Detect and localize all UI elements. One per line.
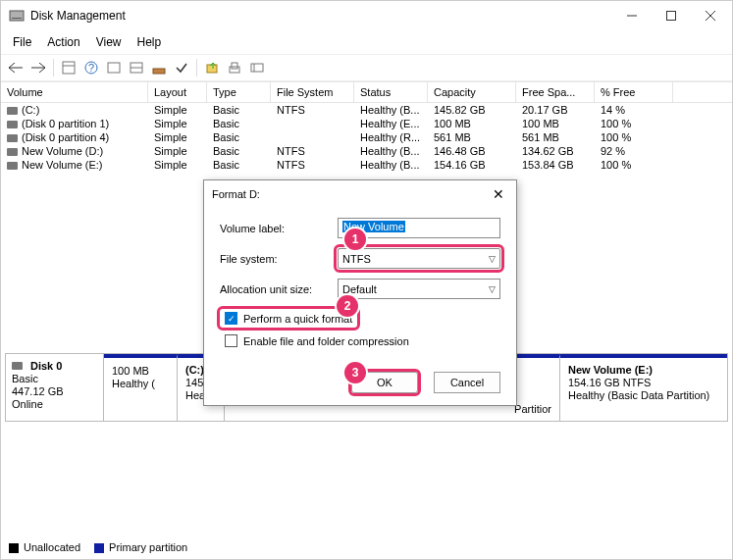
cell: Basic bbox=[207, 117, 271, 130]
svg-text:?: ? bbox=[88, 62, 94, 74]
disk-type: Basic bbox=[12, 373, 97, 384]
volume-icon bbox=[7, 107, 18, 115]
cell: Healthy (E... bbox=[354, 117, 428, 130]
cell: NTFS bbox=[271, 103, 354, 117]
quick-format-checkbox[interactable]: ✓ bbox=[225, 312, 237, 325]
volume-icon bbox=[7, 162, 18, 170]
quick-format-label: Perform a quick format bbox=[243, 313, 352, 325]
cell: Basic bbox=[207, 158, 271, 172]
partition[interactable]: 100 MB Healthy ( bbox=[104, 354, 178, 421]
chevron-down-icon: ▽ bbox=[489, 254, 496, 264]
toolbar-icon[interactable] bbox=[224, 57, 245, 78]
svg-rect-3 bbox=[667, 12, 676, 21]
col-free-space[interactable]: Free Spa... bbox=[516, 82, 595, 102]
col-volume[interactable]: Volume bbox=[1, 82, 148, 102]
volume-icon bbox=[7, 121, 18, 128]
back-button[interactable] bbox=[5, 57, 26, 78]
close-button[interactable] bbox=[691, 2, 730, 29]
cell: Basic bbox=[207, 144, 271, 158]
col-layout[interactable]: Layout bbox=[148, 82, 207, 102]
menu-file[interactable]: File bbox=[5, 32, 39, 52]
dialog-title-bar[interactable]: Format D: ✕ bbox=[204, 180, 516, 208]
cell: 146.48 GB bbox=[428, 144, 516, 158]
disk-size: 447.12 GB bbox=[12, 385, 97, 397]
table-row[interactable]: New Volume (D:) Simple Basic NTFS Health… bbox=[1, 144, 732, 158]
col-type[interactable]: Type bbox=[207, 82, 271, 102]
cell: (C:) bbox=[22, 104, 39, 116]
cell: 100 % bbox=[595, 130, 673, 144]
col-status[interactable]: Status bbox=[354, 82, 428, 102]
cell: 561 MB bbox=[428, 130, 516, 144]
cell: 561 MB bbox=[516, 130, 595, 144]
toolbar-icon[interactable] bbox=[126, 57, 147, 78]
menu-view[interactable]: View bbox=[88, 32, 130, 52]
legend-unallocated: Unallocated bbox=[9, 541, 80, 553]
cell: Healthy (B... bbox=[354, 103, 428, 117]
toolbar-icon[interactable] bbox=[201, 57, 223, 78]
cell: Healthy (B... bbox=[354, 158, 428, 172]
menu-help[interactable]: Help bbox=[130, 32, 170, 52]
legend-primary: Primary partition bbox=[94, 541, 187, 553]
menu-action[interactable]: Action bbox=[39, 32, 87, 52]
file-system-select[interactable]: NTFS▽ bbox=[338, 248, 500, 269]
cell bbox=[271, 117, 354, 130]
disk-name: Disk 0 bbox=[30, 360, 62, 372]
cell: NTFS bbox=[271, 158, 354, 172]
cell: Simple bbox=[148, 103, 207, 117]
cell: Healthy (B... bbox=[354, 144, 428, 158]
allocation-size-select[interactable]: Default▽ bbox=[338, 279, 500, 299]
cancel-button[interactable]: Cancel bbox=[434, 372, 500, 393]
app-icon bbox=[9, 8, 25, 24]
disk-status: Online bbox=[12, 398, 97, 410]
svg-rect-10 bbox=[108, 63, 120, 73]
help-button[interactable]: ? bbox=[80, 57, 102, 78]
cell: 14 % bbox=[595, 103, 673, 117]
toolbar-icon[interactable] bbox=[103, 57, 125, 78]
volume-icon bbox=[7, 134, 18, 142]
cell: (Disk 0 partition 1) bbox=[22, 118, 109, 129]
svg-rect-0 bbox=[10, 11, 24, 21]
file-system-label: File system: bbox=[220, 253, 338, 265]
toolbar-icon[interactable] bbox=[58, 57, 79, 78]
cell: 154.16 GB bbox=[428, 158, 516, 172]
maximize-button[interactable] bbox=[652, 2, 691, 29]
callout-badge-2: 2 bbox=[337, 295, 358, 317]
legend: Unallocated Primary partition bbox=[9, 541, 187, 553]
table-row[interactable]: New Volume (E:) Simple Basic NTFS Health… bbox=[1, 158, 732, 172]
partition[interactable]: New Volume (E:) 154.16 GB NTFS Healthy (… bbox=[560, 354, 727, 421]
cell: Simple bbox=[148, 144, 207, 158]
svg-rect-13 bbox=[153, 69, 165, 74]
partition-size: 154.16 GB NTFS bbox=[568, 377, 719, 388]
cell: Basic bbox=[207, 103, 271, 117]
cell: 153.84 GB bbox=[516, 158, 595, 172]
cell: 20.17 GB bbox=[516, 103, 595, 117]
compression-checkbox[interactable] bbox=[225, 334, 237, 347]
col-pct-free[interactable]: % Free bbox=[595, 82, 673, 102]
disk-icon bbox=[12, 362, 23, 370]
cell: Basic bbox=[207, 130, 271, 144]
table-row[interactable]: (C:) Simple Basic NTFS Healthy (B... 145… bbox=[1, 103, 732, 117]
volume-icon bbox=[7, 148, 18, 156]
close-icon[interactable]: ✕ bbox=[489, 186, 508, 202]
cell: Simple bbox=[148, 158, 207, 172]
toolbar-icon[interactable] bbox=[246, 57, 268, 78]
compression-label: Enable file and folder compression bbox=[243, 335, 409, 347]
partition-status: Healthy ( bbox=[112, 378, 169, 389]
cell: 100 % bbox=[595, 158, 673, 172]
table-row[interactable]: (Disk 0 partition 4) Simple Basic Health… bbox=[1, 130, 732, 144]
dialog-title: Format D: bbox=[212, 188, 260, 200]
allocation-size-label: Allocation unit size: bbox=[220, 283, 338, 295]
col-capacity[interactable]: Capacity bbox=[428, 82, 516, 102]
svg-rect-6 bbox=[63, 62, 75, 74]
toolbar-icon[interactable] bbox=[148, 57, 170, 78]
cell: New Volume (E:) bbox=[22, 159, 103, 171]
disk-info[interactable]: Disk 0 Basic 447.12 GB Online bbox=[6, 354, 104, 421]
forward-button[interactable] bbox=[27, 57, 49, 78]
svg-rect-16 bbox=[232, 63, 237, 69]
check-icon[interactable] bbox=[171, 57, 192, 78]
table-row[interactable]: (Disk 0 partition 1) Simple Basic Health… bbox=[1, 117, 732, 130]
cell: 92 % bbox=[595, 144, 673, 158]
minimize-button[interactable] bbox=[612, 2, 652, 29]
col-filesystem[interactable]: File System bbox=[271, 82, 354, 102]
cell bbox=[271, 130, 354, 144]
